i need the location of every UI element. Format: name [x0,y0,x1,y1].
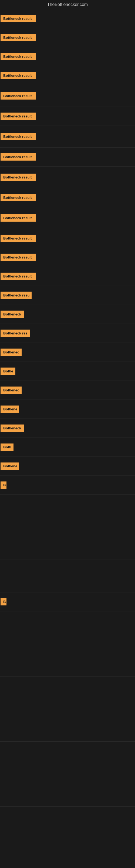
list-item[interactable] [0,527,135,560]
list-item[interactable] [0,709,135,742]
bar-area [2,572,135,580]
bottleneck-badge: Bottlene [1,463,19,470]
list-item[interactable]: Bottleneck res [0,324,135,343]
bottleneck-badge: Bottl [1,443,13,451]
bottleneck-badge: Bottleneck res [1,330,30,337]
list-item[interactable]: Bottleneck result [0,188,135,207]
bar-area [2,721,135,730]
bottleneck-badge: Bottleneck result [1,133,36,140]
list-item[interactable]: Bottleneck result [0,66,135,85]
list-item[interactable]: Bottleneck resu [0,286,135,305]
bar-area [37,194,135,202]
bar-area [2,624,135,632]
list-item[interactable] [0,495,135,527]
list-item[interactable] [0,677,135,709]
list-item[interactable] [0,774,135,807]
site-title-text: TheBottlenecker.com [47,2,88,7]
bottleneck-badge: Bottleneck result [1,15,36,22]
bar-area [15,443,135,452]
bar-area [26,424,135,432]
bar-area [8,481,135,489]
bottleneck-badge: Bottleneck result [1,273,36,280]
bar-area [37,14,135,23]
bar-area [2,507,135,515]
bar-area [2,656,135,664]
bottleneck-badge: Bottleneck result [1,53,36,60]
bottleneck-badge: Bottleneck result [1,34,36,41]
list-item[interactable]: Bottlenec [0,381,135,400]
list-item[interactable]: Bottleneck result [0,107,135,126]
list-item[interactable]: Bottleneck result [0,28,135,47]
bottleneck-badge: B [1,598,6,606]
bar-area [20,462,135,470]
bar-area [26,310,135,318]
list-item[interactable]: Bottleneck result [0,47,135,66]
bottleneck-badge: B [1,482,6,489]
bar-area [37,53,135,61]
bottleneck-badge: Bottleneck result [1,214,36,222]
list-item[interactable]: Bottleneck result [0,126,135,148]
bar-area [37,235,135,243]
list-item[interactable]: B [0,592,135,611]
list-item[interactable]: Bottle [0,362,135,381]
bar-area [37,253,135,261]
bar-area [23,386,135,394]
bottleneck-badge: Bottlenec [1,348,21,356]
bottleneck-badge: Bottle [1,368,15,375]
list-item[interactable]: Bottlene [0,400,135,419]
list-item[interactable]: Bottlene [0,457,135,476]
bar-area [37,72,135,80]
bottleneck-badge: Bottlene [1,405,19,413]
list-item[interactable] [0,742,135,774]
list-item[interactable]: Bottleneck result [0,267,135,286]
bar-area [2,539,135,548]
bar-area [23,348,135,356]
bar-area [31,329,135,337]
list-item[interactable]: Bottleneck [0,305,135,324]
bar-area [37,214,135,222]
bottleneck-badge: Bottleneck result [1,254,36,261]
bar-area [37,173,135,182]
bottleneck-badge: Bottleneck resu [1,291,32,299]
bottleneck-badge: Bottleneck result [1,113,36,120]
list-item[interactable]: Bottleneck result [0,166,135,188]
bar-area [37,34,135,42]
bottleneck-badge: Bottleneck [1,311,24,318]
bar-area [33,291,135,300]
list-item[interactable]: Bottleneck result [0,148,135,166]
bar-area [37,133,135,141]
list-item[interactable] [0,560,135,592]
bar-area [2,754,135,762]
bottleneck-badge: Bottleneck result [1,235,36,242]
list-item[interactable] [0,611,135,644]
bar-area [17,367,135,375]
bar-area [37,272,135,280]
bottleneck-badge: Bottleneck result [1,194,36,201]
bar-area [8,598,135,606]
list-item[interactable]: Bottleneck [0,419,135,438]
bar-area [37,92,135,100]
bar-area [37,112,135,120]
list-item[interactable]: Bottleneck result [0,207,135,229]
bottleneck-badge: Bottleneck [1,425,24,432]
bar-area [2,689,135,697]
bottleneck-badge: Bottleneck result [1,153,36,161]
bottleneck-badge: Bottlenec [1,386,21,394]
site-title: TheBottlenecker.com [0,0,135,9]
list-item[interactable]: Bottleneck result [0,85,135,107]
list-item[interactable]: B [0,476,135,495]
bottleneck-badge: Bottleneck result [1,92,36,99]
bottleneck-badge: Bottleneck result [1,72,36,79]
bar-area [20,405,135,413]
bottleneck-badge: Bottleneck result [1,174,36,181]
list-item[interactable]: Bottleneck result [0,9,135,28]
bar-area [37,153,135,161]
list-item[interactable]: Bottleneck result [0,229,135,248]
list-item[interactable] [0,644,135,677]
list-item[interactable]: Bottlenec [0,343,135,362]
list-item[interactable]: Bottleneck result [0,248,135,267]
bar-area [2,786,135,795]
list-item[interactable]: Bottl [0,438,135,457]
